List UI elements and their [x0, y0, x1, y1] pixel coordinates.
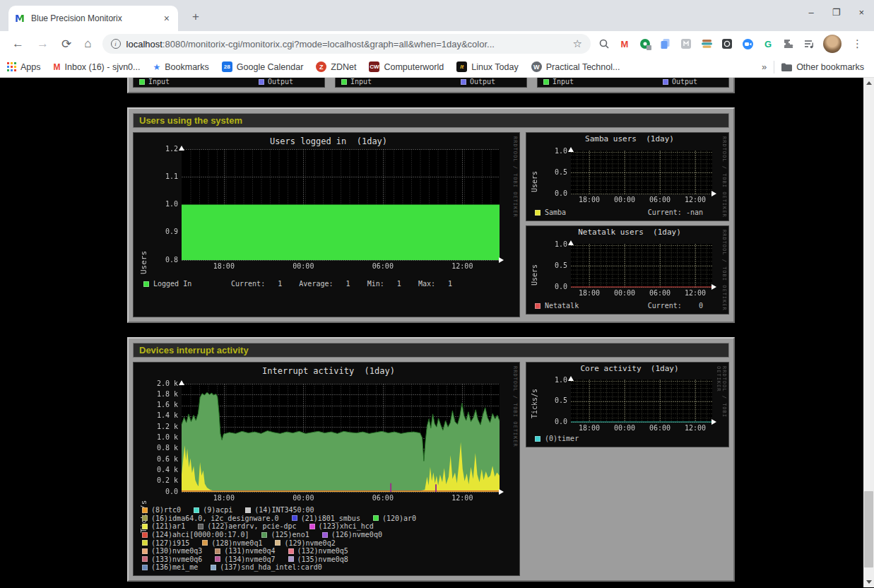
legend-swatch: [142, 548, 148, 554]
netatalk-users-graph-panel: Netatalk users (1day) Users RRDTOOL / TO…: [526, 225, 729, 314]
legend-row: (136)mei_me(137)snd_hda_intel:card0: [142, 563, 512, 572]
clipped-graph-panel[interactable]: Input Output: [335, 78, 527, 88]
legend-swatch: [288, 556, 294, 562]
url-path: :8080/monitorix-cgi/monitorix.cgi?mode=l…: [163, 39, 495, 49]
clipped-graph-panel[interactable]: Input Output: [133, 78, 325, 88]
legend-label: (132)nvme0q5: [297, 547, 348, 555]
linux-today-icon: lt: [456, 61, 467, 72]
vertical-scrollbar[interactable]: [863, 78, 874, 587]
bookmark-zdnet[interactable]: Z ZDNet: [316, 61, 356, 72]
rrdtool-watermark: RRDTOOL / TOBI OETIKER: [512, 136, 518, 218]
legend-swatch: [292, 515, 297, 521]
legend-swatch: [535, 303, 541, 309]
bookmark-star-icon[interactable]: ☆: [573, 37, 582, 50]
profile-avatar[interactable]: [823, 35, 841, 53]
back-button[interactable]: ←: [6, 37, 30, 51]
bookmark-bookmarks[interactable]: ★ Bookmarks: [153, 62, 209, 72]
legend-label: (127)i915: [151, 539, 189, 547]
netatalk-users-chart[interactable]: [528, 235, 728, 300]
legend-label: Netatalk: [545, 302, 579, 310]
monitorix-favicon: M: [14, 13, 25, 24]
legend-swatch: [142, 515, 148, 521]
window-close-button[interactable]: ×: [858, 7, 864, 18]
url-host: localhost: [126, 39, 163, 49]
legend-label: (135)nvme0q8: [297, 555, 348, 563]
bookmark-practical-technology[interactable]: W Practical Technol...: [531, 61, 620, 72]
playlist-extension-icon[interactable]: [803, 37, 815, 50]
browser-tab[interactable]: M Blue Precision Monitorix ×: [8, 6, 178, 31]
legend-label: (21)i801_smbus: [301, 514, 360, 522]
legend-item: (125)eno1: [261, 531, 309, 539]
bookmark-linux-today[interactable]: lt Linux Today: [456, 61, 519, 72]
other-bookmarks[interactable]: Other bookmarks: [781, 62, 864, 72]
bookmark-computerworld[interactable]: CW Computerworld: [369, 61, 444, 72]
copy-pages-extension-icon[interactable]: [659, 37, 672, 50]
status-extension-icon[interactable]: [639, 37, 651, 50]
samba-legend: Samba Current: -nan: [535, 208, 703, 216]
scrollbar-thumb[interactable]: [864, 491, 873, 568]
zdnet-icon: Z: [316, 61, 326, 72]
apps-grid-icon: [7, 62, 16, 71]
computerworld-icon: CW: [369, 61, 379, 72]
core-activity-chart[interactable]: [528, 371, 728, 435]
legend-swatch: [198, 524, 203, 529]
window-maximize-button[interactable]: ❐: [832, 7, 841, 18]
legend-label: (123)xhci_hcd: [319, 522, 374, 530]
legend-swatch: [142, 532, 148, 538]
legend-swatch: [142, 556, 148, 562]
reload-button[interactable]: ⟳: [55, 37, 78, 52]
legend-row: (127)i915(128)nvme0q1(129)nvme0q2: [142, 539, 512, 547]
page-info-icon[interactable]: i: [111, 39, 121, 49]
bookmarks-separator: [774, 61, 774, 74]
users-logged-in-chart[interactable]: [136, 144, 511, 271]
legend-label: Logged In: [153, 280, 231, 288]
legend-item: (121)ar1: [142, 522, 185, 530]
forward-button[interactable]: →: [30, 37, 55, 51]
legend-item: (131)nvme0q4: [215, 547, 275, 555]
scroll-down-arrow[interactable]: [863, 577, 874, 587]
dark-square-extension-icon[interactable]: [721, 37, 733, 50]
search-icon[interactable]: [598, 37, 610, 50]
extensions-puzzle-icon[interactable]: [782, 37, 795, 50]
legend-item: (127)i915: [142, 539, 189, 547]
legend-row: (124)ahci[0000:00:17.0](125)eno1(126)nvm…: [142, 531, 512, 539]
calendar-icon: 28: [222, 61, 232, 72]
bookmarks-overflow-chevron[interactable]: »: [762, 61, 767, 72]
clipped-graph-panel[interactable]: Input Output: [537, 78, 729, 88]
new-tab-button[interactable]: +: [187, 8, 205, 25]
legend-row: (8)rtc0(9)acpi(14)INT3450:00: [142, 506, 512, 514]
scroll-up-arrow[interactable]: [863, 78, 874, 88]
window-minimize-button[interactable]: –: [809, 7, 814, 18]
zoom-extension-icon[interactable]: [741, 37, 754, 50]
legend-stats: Current: 1 Average: 1 Min: 1 Max: 1: [231, 280, 452, 288]
legend-item: (135)nvme0q8: [288, 555, 348, 563]
home-button[interactable]: ⌂: [78, 37, 98, 51]
interrupt-activity-graph-panel: Interrupt activity (1day) Ticks/s RRDTOO…: [133, 362, 520, 576]
legend-swatch: [215, 548, 220, 554]
legend-label: (130)nvme0q3: [151, 547, 202, 555]
legend-item: (136)mei_me: [142, 563, 198, 571]
legend-label: (128)nvme0q1: [211, 539, 262, 547]
legend-item: (120)ar0: [373, 514, 416, 522]
legend-swatch: [322, 532, 328, 538]
gmail-extension-icon[interactable]: M: [618, 37, 631, 50]
grammarly-extension-icon[interactable]: G: [762, 37, 774, 50]
legend-current: Current: 0: [648, 302, 703, 310]
legend-swatch: [245, 507, 251, 513]
bookmark-inbox[interactable]: M Inbox (16) - sjvn0...: [54, 62, 141, 72]
users-section: Users using the system Users logged in (…: [127, 107, 735, 323]
interrupt-activity-chart[interactable]: [136, 372, 511, 504]
address-bar[interactable]: i localhost:8080/monitorix-cgi/monitorix…: [102, 34, 591, 54]
input-legend-swatch: [139, 79, 145, 85]
bookmark-google-calendar[interactable]: 28 Google Calendar: [222, 61, 304, 72]
legend-current: Current: -nan: [648, 208, 703, 216]
tab-close-icon[interactable]: ×: [161, 13, 172, 24]
legend-label: (133)nvme0q6: [151, 555, 202, 563]
bookmark-apps[interactable]: Apps: [7, 62, 41, 72]
samba-users-chart[interactable]: [528, 141, 728, 206]
browser-menu-icon[interactable]: ⋮: [849, 37, 866, 50]
grey-box-extension-icon[interactable]: [680, 37, 692, 50]
books-extension-icon[interactable]: [700, 37, 713, 50]
interrupt-legend: (8)rtc0(9)acpi(14)INT3450:00(16)idma64.0…: [142, 506, 512, 572]
rrdtool-watermark: RRDTOOL / TOBI OETIKER: [512, 366, 518, 447]
